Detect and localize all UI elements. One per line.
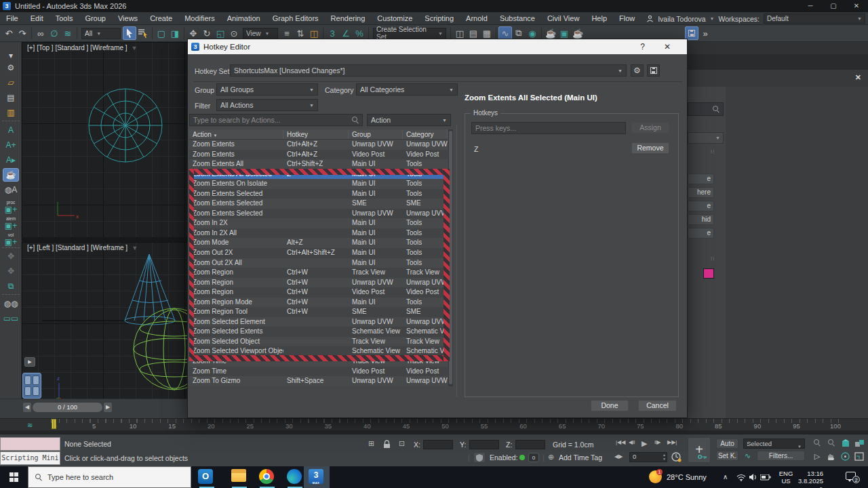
x-coordinate-field[interactable] xyxy=(423,440,453,449)
select-object-icon[interactable] xyxy=(123,26,136,40)
battery-icon[interactable] xyxy=(760,474,771,481)
toolbar-overflow-icon[interactable]: » xyxy=(698,26,712,40)
search-mode-dropdown[interactable]: Action▼ xyxy=(367,114,451,126)
table-row[interactable]: Zoom Selected ElementUnwrap UVWUnwrap UV… xyxy=(189,317,448,327)
run-editor-script-icon[interactable]: A▸ xyxy=(3,153,19,167)
rotate-icon[interactable]: ↻ xyxy=(200,26,214,40)
menu-flow[interactable]: Flow xyxy=(613,12,641,25)
category-dropdown[interactable]: All Categories▼ xyxy=(356,83,458,96)
language-indicator[interactable]: ENGUS xyxy=(778,470,793,485)
rect-region-icon[interactable]: ▢ xyxy=(155,26,168,40)
render-setup-icon[interactable]: ☕ xyxy=(544,26,557,40)
open-script-icon[interactable]: ▱ xyxy=(3,76,19,89)
save-scene-icon[interactable] xyxy=(685,26,698,40)
table-scrollbar[interactable] xyxy=(448,129,453,386)
zoom-icon[interactable] xyxy=(811,437,823,448)
table-row[interactable]: Zoom Extents All SelectedZMain UITools xyxy=(189,169,448,180)
table-row[interactable]: Zoom RegionCtrl+WUnwrap UVWUnwrap UVW xyxy=(189,278,448,288)
new-key-curve-icon[interactable]: ∿ xyxy=(745,451,751,460)
snap-3d-icon[interactable]: 3 xyxy=(326,26,339,40)
toolbar-collapse-icon[interactable]: ▾ xyxy=(3,49,19,62)
current-frame-marker[interactable] xyxy=(52,419,56,429)
menu-arnold[interactable]: Arnold xyxy=(460,12,494,25)
menu-rendering[interactable]: Rendering xyxy=(325,12,372,25)
next-key-button[interactable]: ‖▶ xyxy=(654,439,660,445)
menu-tools[interactable]: Tools xyxy=(50,12,79,25)
dialog-help-button[interactable]: ? xyxy=(640,42,645,52)
add-time-tag[interactable]: Add Time Tag xyxy=(559,453,602,462)
table-row[interactable]: Zoom Region ModeCtrl+WMain UITools xyxy=(189,298,448,308)
lights-icon[interactable]: ◍◍ xyxy=(3,297,19,310)
menu-graph-editors[interactable]: Graph Editors xyxy=(267,12,325,25)
table-row[interactable]: Zoom In 2XMain UITools xyxy=(189,218,448,228)
user-menu[interactable]: Ivaila Todorova xyxy=(658,15,705,23)
minimize-button[interactable]: ─ xyxy=(799,0,822,12)
expand-trackbar-button[interactable]: ▶ xyxy=(24,357,35,367)
table-row[interactable]: Zoom Extents SelectedUnwrap UVWUnwrap UV… xyxy=(189,209,448,219)
table-row[interactable]: Zoom In 2X AllMain UITools xyxy=(189,228,448,239)
redo-icon[interactable]: ↷ xyxy=(16,26,29,40)
play-button[interactable]: ▶ xyxy=(642,439,647,448)
table-row[interactable]: Zoom Selected ExtentsSchematic ViewSchem… xyxy=(189,327,448,337)
press-keys-input[interactable]: Press keys... xyxy=(471,122,626,134)
column-header-action[interactable]: Action ▼ xyxy=(189,129,283,139)
table-row[interactable]: Zoom Extents SelectedMain UITools xyxy=(189,189,448,199)
menu-group[interactable]: Group xyxy=(79,12,112,25)
time-slider[interactable]: 0 / 100 xyxy=(33,403,102,412)
orbit-icon[interactable] xyxy=(840,451,850,462)
image-stack-icon[interactable]: ⧉ xyxy=(3,279,19,293)
chrome-icon[interactable] xyxy=(259,469,275,485)
table-row[interactable]: Zoom ModeAlt+ZMain UITools xyxy=(189,238,448,248)
table-row[interactable]: Zoom TimeVideo PostVideo Post xyxy=(189,367,448,377)
dialog-close-button[interactable]: ✕ xyxy=(664,42,671,52)
filter-dropdown[interactable]: All Actions▼ xyxy=(216,99,318,111)
panel-dropdown[interactable]: ▼ xyxy=(688,132,724,144)
object-type-button-fragment[interactable]: e xyxy=(688,174,714,184)
spinner-snap-icon[interactable]: ⇅ xyxy=(294,26,307,40)
angle-snap-icon[interactable]: ∠ xyxy=(339,26,353,40)
move-icon[interactable]: ✥ xyxy=(186,26,200,40)
zoom-all-icon[interactable] xyxy=(825,437,837,448)
isolate-selection-icon[interactable]: ⊞ xyxy=(368,439,374,448)
menu-customize[interactable]: Customize xyxy=(371,12,418,25)
table-row[interactable]: Zoom Selected Viewport ObjectsSchematic … xyxy=(189,346,448,357)
table-row[interactable]: Zoom Extents SelectedSMESME xyxy=(189,199,448,209)
file-explorer-icon[interactable] xyxy=(231,469,248,485)
key-mode-toggle-icon[interactable]: ◀▶ xyxy=(614,453,623,460)
unlink-icon[interactable]: ∅ xyxy=(47,26,61,40)
link-icon[interactable]: ∞ xyxy=(34,26,47,40)
viewport-left-label[interactable]: [+] [Left ] [Standard ] [Wireframe ]▼ xyxy=(27,244,138,251)
bind-icon[interactable]: ≋ xyxy=(61,26,75,40)
table-header[interactable]: Action ▼HotkeyGroupCategory xyxy=(189,129,448,140)
weather-text[interactable]: 28°C Sunny xyxy=(667,474,707,481)
menu-modifiers[interactable]: Modifiers xyxy=(178,12,221,25)
object-type-button-fragment[interactable]: e xyxy=(688,228,714,239)
group-dropdown[interactable]: All Groups▼ xyxy=(216,83,318,96)
menu-views[interactable]: Views xyxy=(112,12,144,25)
save-script-icon[interactable]: ▤ xyxy=(3,91,19,104)
menu-edit[interactable]: Edit xyxy=(24,12,50,25)
create-volume-icon[interactable]: vol▣+ xyxy=(3,232,19,245)
close-button[interactable]: ✕ xyxy=(845,0,868,12)
animation-shield-button[interactable] xyxy=(473,452,486,463)
table-row[interactable]: Zoom Region ToolCtrl+WSMESME xyxy=(189,307,448,317)
clock[interactable]: 13:163.8.2025 г. xyxy=(795,470,823,488)
viewport-top[interactable]: [+] [Top ] [Standard ] [Wireframe ]▼ x xyxy=(22,42,187,237)
menu-animation[interactable]: Animation xyxy=(221,12,267,25)
object-type-button-fragment[interactable]: e xyxy=(688,201,714,211)
place-icon[interactable]: ⊙ xyxy=(227,26,241,40)
run-script-icon[interactable]: ▥ xyxy=(3,106,19,119)
table-row[interactable]: Zoom TimeTrack ViewTrack View xyxy=(189,357,448,367)
new-script-editor-icon[interactable]: A+ xyxy=(3,138,19,152)
go-to-start-button[interactable]: |◀◀ xyxy=(616,439,625,445)
show-curves-icon[interactable]: ≋ xyxy=(27,422,33,429)
y-coordinate-field[interactable] xyxy=(469,440,499,449)
node-link-icon[interactable]: ▭▭ xyxy=(3,312,19,325)
hotkey-set-settings-button[interactable]: ⚙ xyxy=(631,64,644,77)
create-selection-set-dropdown[interactable]: Create Selection Set▼ xyxy=(373,28,446,39)
column-header-group[interactable]: Group xyxy=(349,129,403,139)
column-header-category[interactable]: Category xyxy=(403,129,448,139)
constraint-tool-icon[interactable]: ✥ xyxy=(3,264,19,278)
table-row[interactable]: Zoom Extents AllCtrl+Shift+ZMain UITools xyxy=(189,159,448,169)
object-color-swatch[interactable] xyxy=(703,268,714,279)
